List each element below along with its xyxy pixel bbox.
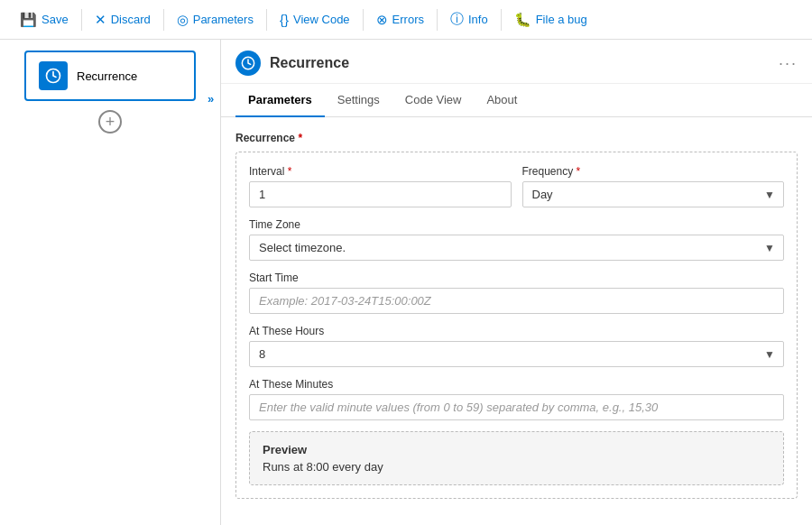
frequency-select-wrapper: Second Minute Hour Day Week Month ▼ bbox=[522, 181, 785, 207]
add-node-button[interactable]: + bbox=[98, 110, 122, 134]
timezone-group: Time Zone Select timezone. ▼ bbox=[249, 218, 784, 261]
parameters-icon: ◎ bbox=[177, 12, 189, 28]
toolbar: 💾 Save ✕ Discard ◎ Parameters {} View Co… bbox=[0, 0, 812, 40]
preview-title: Preview bbox=[263, 443, 770, 456]
atthesehours-select-wrapper: 8 0123 4567 91011 ▼ bbox=[249, 341, 784, 367]
fileabug-icon: 🐛 bbox=[514, 12, 531, 28]
starttime-input[interactable] bbox=[249, 288, 784, 314]
tab-codeview[interactable]: Code View bbox=[392, 84, 475, 117]
atthesehours-group: At These Hours 8 0123 4567 91011 ▼ bbox=[249, 325, 784, 367]
save-button[interactable]: 💾 Save bbox=[11, 8, 78, 32]
content-area: Recurrence * Interval * Frequency * bbox=[221, 117, 812, 525]
viewcode-icon: {} bbox=[280, 12, 289, 27]
tab-settings[interactable]: Settings bbox=[325, 84, 392, 117]
separator-1 bbox=[81, 9, 82, 31]
fileabug-button[interactable]: 🐛 File a bug bbox=[505, 8, 596, 32]
attheseminutes-label: At These Minutes bbox=[249, 378, 784, 391]
parameters-label: Parameters bbox=[193, 13, 254, 26]
main-layout: » Recurrence + Recurrence bbox=[0, 40, 812, 525]
preview-box: Preview Runs at 8:00 every day bbox=[249, 431, 784, 485]
recurrence-icon-box bbox=[39, 61, 68, 90]
info-label: Info bbox=[468, 13, 488, 26]
frequency-select[interactable]: Second Minute Hour Day Week Month bbox=[522, 181, 785, 207]
interval-frequency-row: Interval * Frequency * Second Minute bbox=[249, 165, 784, 207]
right-header: Recurrence ··· bbox=[221, 40, 812, 84]
left-panel: Recurrence + bbox=[0, 40, 221, 525]
frequency-group: Frequency * Second Minute Hour Day Week … bbox=[522, 165, 785, 207]
save-icon: 💾 bbox=[20, 12, 37, 28]
more-options-button[interactable]: ··· bbox=[779, 54, 798, 73]
errors-icon: ⊗ bbox=[376, 12, 388, 28]
recurrence-required: * bbox=[295, 132, 302, 144]
attheseminutes-input[interactable] bbox=[249, 394, 784, 420]
info-icon: ⓘ bbox=[450, 11, 464, 28]
interval-input[interactable] bbox=[249, 181, 512, 207]
viewcode-label: View Code bbox=[293, 13, 350, 26]
timezone-label: Time Zone bbox=[249, 218, 784, 231]
discard-icon: ✕ bbox=[95, 12, 106, 28]
separator-5 bbox=[437, 9, 438, 31]
tabs-bar: Parameters Settings Code View About bbox=[221, 84, 812, 117]
viewcode-button[interactable]: {} View Code bbox=[271, 8, 359, 31]
node-label: Recurrence bbox=[77, 69, 137, 83]
frequency-label: Frequency * bbox=[522, 165, 785, 178]
expand-arrows[interactable]: » bbox=[208, 92, 214, 106]
errors-label: Errors bbox=[392, 13, 424, 26]
errors-button[interactable]: ⊗ Errors bbox=[367, 8, 433, 32]
discard-button[interactable]: ✕ Discard bbox=[86, 8, 160, 32]
starttime-group: Start Time bbox=[249, 272, 784, 314]
header-icon-box bbox=[235, 51, 261, 76]
separator-6 bbox=[501, 9, 502, 31]
recurrence-dashed-box: Interval * Frequency * Second Minute bbox=[235, 152, 798, 499]
timezone-select-wrapper: Select timezone. ▼ bbox=[249, 235, 784, 261]
frequency-required: * bbox=[573, 165, 580, 178]
interval-required: * bbox=[284, 165, 291, 178]
panel-title: Recurrence bbox=[270, 55, 770, 71]
atthesehours-label: At These Hours bbox=[249, 325, 784, 337]
interval-group: Interval * bbox=[249, 165, 512, 207]
interval-label: Interval * bbox=[249, 165, 512, 178]
starttime-label: Start Time bbox=[249, 272, 784, 284]
timezone-select[interactable]: Select timezone. bbox=[249, 235, 784, 261]
separator-3 bbox=[266, 9, 267, 31]
save-label: Save bbox=[42, 13, 69, 26]
separator-4 bbox=[363, 9, 364, 31]
recurrence-section-label: Recurrence * bbox=[235, 132, 798, 144]
atthesehours-select[interactable]: 8 0123 4567 91011 bbox=[249, 341, 784, 367]
discard-label: Discard bbox=[111, 13, 151, 26]
separator-2 bbox=[163, 9, 164, 31]
fileabug-label: File a bug bbox=[536, 13, 587, 26]
add-icon: + bbox=[106, 113, 115, 132]
recurrence-node[interactable]: Recurrence bbox=[24, 51, 196, 101]
info-button[interactable]: ⓘ Info bbox=[441, 7, 497, 32]
tab-about[interactable]: About bbox=[474, 84, 530, 117]
preview-text: Runs at 8:00 every day bbox=[263, 460, 770, 474]
tab-parameters[interactable]: Parameters bbox=[235, 84, 325, 117]
attheseminutes-group: At These Minutes bbox=[249, 378, 784, 420]
right-panel: Recurrence ··· Parameters Settings Code … bbox=[221, 40, 812, 525]
header-clock-icon bbox=[241, 56, 255, 70]
clock-icon bbox=[45, 68, 61, 84]
parameters-button[interactable]: ◎ Parameters bbox=[168, 8, 263, 32]
